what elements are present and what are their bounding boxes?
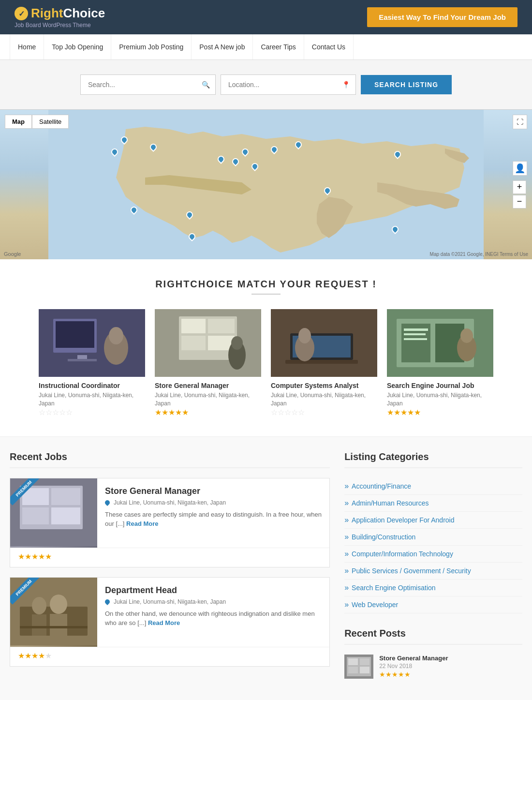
job-listing-img-0 [10,478,97,548]
category-item-1[interactable]: Admin/Human Resources [344,495,522,512]
logo-icon [15,7,28,20]
logo-right: Right [31,6,63,20]
category-item-6[interactable]: Search Engine Optimisation [344,580,522,596]
job-card-img-0 [39,309,145,377]
svg-rect-12 [181,336,206,350]
search-icon: 🔍 [202,81,210,89]
nav-home[interactable]: Home [10,34,44,60]
recent-posts-section: Recent Posts Store General Manager 22 No… [344,628,522,679]
location-pin-icon-0 [104,499,111,506]
recent-jobs-title: Recent Jobs [10,451,330,468]
svg-rect-49 [360,667,369,673]
recent-post-stars-0: ★★★★★ [379,670,448,678]
job-card-0[interactable]: Instructional Coordinator Jukai Line, Uo… [39,309,145,417]
svg-rect-27 [404,333,426,335]
svg-rect-35 [22,507,49,524]
job-card-title-0: Instructional Coordinator [39,382,145,389]
map-zoom-in-button[interactable]: + [513,180,526,194]
read-more-1[interactable]: Read More [148,619,180,626]
category-item-2[interactable]: Application Developer For Android [344,512,522,529]
main-nav: Home Top Job Opening Premium Job Posting… [0,34,532,60]
job-card-stars-3: ★★★★★ [387,408,493,417]
job-listing-desc-1: On the other hand, we denounce with righ… [105,609,322,628]
read-more-0[interactable]: Read More [126,520,158,527]
job-card-location-2: Jukai Line, Uonuma-shi, Niigata-ken, Jap… [271,391,377,408]
recent-post-title-0: Store General Manager [379,655,448,662]
job-listing-1: Department Head Jukai Line, Uonuma-shi, … [10,577,330,667]
job-listing-stars-0: ★★★★★ [10,548,329,567]
match-divider [251,294,281,295]
match-section: RIGHTCHOICE MATCH YOUR REQUEST ! Instruc… [0,259,532,436]
category-list: Accounting/Finance Admin/Human Resources… [344,478,522,613]
job-card-location-0: Jukai Line, Uonuma-shi, Niigata-ken, Jap… [39,391,145,408]
nav-top-job[interactable]: Top Job Opening [44,34,111,60]
job-listing-img-1 [10,578,97,647]
nav-career-tips[interactable]: Career Tips [253,34,304,60]
job-listing-desc-0: These cases are perfectly simple and eas… [105,510,322,529]
job-card-title-3: Search Engine Journal Job [387,382,493,389]
listing-categories-title: Listing Categories [344,451,522,468]
svg-rect-47 [360,658,369,665]
logo-choice: Choice [63,6,105,20]
svg-rect-11 [208,319,235,333]
nav-premium[interactable]: Premium Job Posting [111,34,192,60]
map-expand-button[interactable]: ⛶ [513,115,527,129]
sidebar-col: Listing Categories Accounting/Finance Ad… [344,451,522,685]
search-button[interactable]: SEARCH LISTING [361,75,452,94]
logo-subtitle: Job Board WordPress Theme [15,22,105,29]
job-listing-inner-1: Department Head Jukai Line, Uonuma-shi, … [10,578,329,647]
map-btn-satellite[interactable]: Satellite [32,115,69,129]
recent-post-info-0: Store General Manager 22 Nov 2018 ★★★★★ [379,655,448,678]
svg-rect-43 [20,626,88,628]
header: RightChoice Job Board WordPress Theme Ea… [0,0,532,34]
svg-rect-5 [68,359,97,361]
svg-rect-42 [50,614,67,636]
job-listing-0: Store General Manager Jukai Line, Uonuma… [10,478,330,567]
svg-rect-4 [77,355,87,359]
svg-point-7 [109,327,123,344]
map-container: Map Satellite ⛶ 👤 + − Google Map data ©2… [0,109,532,259]
job-card-3[interactable]: Search Engine Journal Job Jukai Line, Uo… [387,309,493,417]
job-listing-location-1: Jukai Line, Uonuma-shi, Niigata-ken, Jap… [105,598,322,605]
location-input[interactable] [221,74,356,95]
location-icon: 📍 [342,81,350,89]
map-controls: Map Satellite [5,115,69,129]
svg-rect-40 [32,614,46,636]
search-input[interactable] [80,74,216,95]
job-cards-grid: Instructional Coordinator Jukai Line, Uo… [10,309,522,417]
job-card-stars-0: ☆☆☆☆☆ [39,408,145,417]
premium-ribbon-1 [10,578,42,609]
category-item-3[interactable]: Building/Construction [344,529,522,546]
category-item-7[interactable]: Web Developer [344,596,522,613]
svg-point-41 [50,595,67,614]
svg-rect-36 [51,507,80,524]
map-street-view-icon[interactable]: 👤 [513,161,527,176]
recent-post-0: Store General Manager 22 Nov 2018 ★★★★★ [344,655,522,679]
map-google-label: Google [4,251,21,257]
recent-jobs-col: Recent Jobs Store General Manager [10,451,330,685]
job-card-location-1: Jukai Line, Uonuma-shi, Niigata-ken, Jap… [155,391,261,408]
svg-rect-34 [51,488,80,505]
category-item-4[interactable]: Computer/Information Technology [344,546,522,563]
job-listing-title-0: Store General Manager [105,486,322,496]
recent-posts-title: Recent Posts [344,628,522,645]
location-wrap: 📍 [221,74,356,95]
job-card-img-1 [155,309,261,377]
nav-post-job[interactable]: Post A New job [192,34,253,60]
search-wrap: 🔍 [80,74,216,95]
job-card-2[interactable]: Computer Systems Analyst Jukai Line, Uon… [271,309,377,417]
svg-point-21 [298,328,311,343]
svg-rect-19 [285,360,358,364]
job-card-1[interactable]: Store General Manager Jukai Line, Uonuma… [155,309,261,417]
map-zoom-out-button[interactable]: − [513,195,526,208]
job-listing-inner-0: Store General Manager Jukai Line, Uonuma… [10,478,329,548]
svg-rect-28 [404,338,427,340]
svg-rect-3 [56,321,94,348]
header-cta-button[interactable]: Easiest Way To Find Your Dream Job [367,7,517,27]
nav-contact[interactable]: Contact Us [304,34,354,60]
category-item-0[interactable]: Accounting/Finance [344,478,522,495]
map-btn-map[interactable]: Map [5,115,32,129]
recent-post-img-0 [344,655,373,679]
job-card-title-2: Computer Systems Analyst [271,382,377,389]
category-item-5[interactable]: Public Services / Government / Security [344,563,522,580]
